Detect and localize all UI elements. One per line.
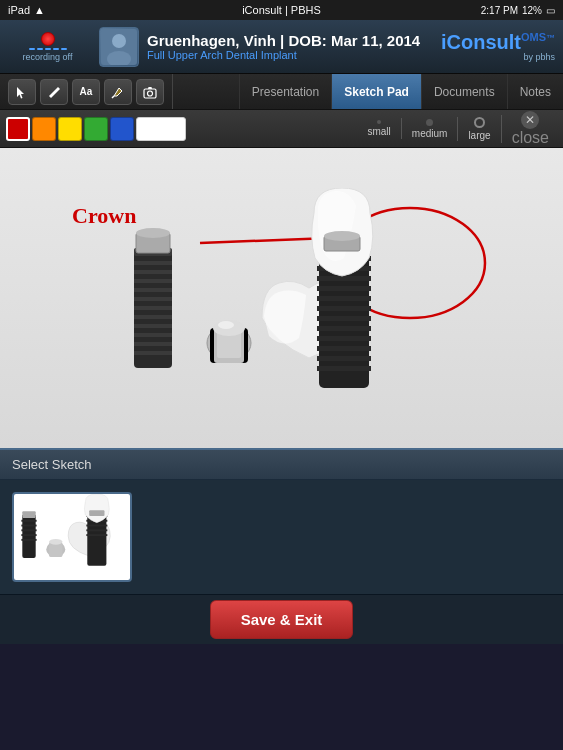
iconsult-logo: iConsultOMS™ by pbhs bbox=[453, 32, 563, 62]
svg-rect-34 bbox=[317, 286, 371, 291]
svg-rect-19 bbox=[134, 342, 172, 346]
thumbnails-area bbox=[0, 480, 563, 594]
dental-illustration bbox=[114, 188, 394, 428]
svg-rect-59 bbox=[86, 525, 107, 527]
svg-rect-20 bbox=[134, 351, 172, 355]
color-red[interactable] bbox=[6, 117, 30, 141]
svg-rect-38 bbox=[317, 326, 371, 331]
svg-point-55 bbox=[49, 539, 62, 545]
tab-documents[interactable]: Documents bbox=[421, 74, 507, 109]
svg-point-5 bbox=[148, 91, 153, 96]
logo-sub: by pbhs bbox=[523, 52, 555, 62]
svg-line-3 bbox=[112, 96, 114, 98]
svg-rect-4 bbox=[144, 89, 156, 98]
battery-icon: ▭ bbox=[546, 5, 555, 16]
svg-rect-17 bbox=[134, 324, 172, 328]
svg-rect-18 bbox=[134, 333, 172, 337]
tab-presentation[interactable]: Presentation bbox=[239, 74, 331, 109]
svg-point-22 bbox=[136, 228, 170, 238]
patient-name: Gruenhagen, Vinh | DOB: Mar 11, 2014 bbox=[147, 32, 420, 49]
highlighter-tool-btn[interactable] bbox=[104, 79, 132, 105]
patient-text: Gruenhagen, Vinh | DOB: Mar 11, 2014 Ful… bbox=[147, 32, 420, 61]
small-dot bbox=[377, 120, 381, 124]
device-label: iPad bbox=[8, 4, 30, 16]
svg-rect-11 bbox=[134, 270, 172, 274]
svg-rect-39 bbox=[317, 336, 371, 341]
header: recording off Gruenhagen, Vinh | DOB: Ma… bbox=[0, 20, 563, 74]
svg-rect-16 bbox=[134, 315, 172, 319]
svg-rect-33 bbox=[317, 276, 371, 281]
svg-rect-52 bbox=[22, 511, 35, 518]
patient-info: Gruenhagen, Vinh | DOB: Mar 11, 2014 Ful… bbox=[95, 23, 453, 71]
size-options: small medium large ✕ close bbox=[357, 109, 563, 149]
camera-tool-btn[interactable] bbox=[136, 79, 164, 105]
svg-rect-51 bbox=[21, 539, 36, 541]
close-icon: ✕ bbox=[521, 111, 539, 129]
recording-lines bbox=[29, 48, 67, 50]
recording-section[interactable]: recording off bbox=[0, 28, 95, 66]
close-sketch-btn[interactable]: ✕ close bbox=[502, 109, 559, 149]
patient-procedure: Full Upper Arch Dental Implant bbox=[147, 49, 420, 61]
close-label: close bbox=[512, 129, 549, 147]
status-bar: iPad ▲ iConsult | PBHS 2:17 PM 12% ▭ bbox=[0, 0, 563, 20]
select-sketch-header: Select Sketch bbox=[0, 448, 563, 480]
save-exit-bar: Save & Exit bbox=[0, 594, 563, 644]
svg-rect-35 bbox=[317, 296, 371, 301]
battery-display: 12% bbox=[522, 5, 542, 16]
large-dot bbox=[474, 117, 485, 128]
svg-rect-42 bbox=[317, 366, 371, 371]
logo-main: iConsultOMS™ bbox=[441, 32, 555, 52]
svg-rect-41 bbox=[317, 356, 371, 361]
select-sketch-label: Select Sketch bbox=[12, 457, 92, 472]
sketch-thumbnail-1[interactable] bbox=[12, 492, 132, 582]
svg-rect-36 bbox=[317, 306, 371, 311]
color-orange[interactable] bbox=[32, 117, 56, 141]
color-green[interactable] bbox=[84, 117, 108, 141]
selection-tool-btn[interactable] bbox=[8, 79, 36, 105]
svg-rect-13 bbox=[134, 288, 172, 292]
text-tool-btn[interactable]: Aa bbox=[72, 79, 100, 105]
svg-rect-40 bbox=[317, 346, 371, 351]
time-display: 2:17 PM bbox=[481, 5, 518, 16]
svg-point-44 bbox=[324, 231, 360, 241]
recording-label: recording off bbox=[23, 52, 73, 62]
canvas-area[interactable]: Crown bbox=[0, 148, 563, 448]
svg-rect-62 bbox=[89, 510, 104, 516]
color-blue[interactable] bbox=[110, 117, 134, 141]
svg-rect-61 bbox=[86, 534, 107, 536]
wifi-icon: ▲ bbox=[34, 4, 45, 16]
size-small[interactable]: small bbox=[357, 118, 401, 139]
small-label: small bbox=[367, 126, 390, 137]
svg-point-1 bbox=[112, 34, 126, 48]
color-yellow[interactable] bbox=[58, 117, 82, 141]
save-exit-button[interactable]: Save & Exit bbox=[210, 600, 354, 639]
svg-rect-10 bbox=[134, 261, 172, 265]
large-label: large bbox=[468, 130, 490, 141]
medium-label: medium bbox=[412, 128, 448, 139]
svg-rect-60 bbox=[86, 529, 107, 531]
size-large[interactable]: large bbox=[458, 115, 501, 143]
svg-rect-37 bbox=[317, 316, 371, 321]
size-medium[interactable]: medium bbox=[402, 117, 459, 141]
svg-rect-12 bbox=[134, 279, 172, 283]
svg-rect-47 bbox=[21, 520, 36, 522]
nav-tabs: Presentation Sketch Pad Documents Notes bbox=[173, 74, 563, 109]
svg-rect-15 bbox=[134, 306, 172, 310]
tool-icons: Aa bbox=[0, 74, 173, 109]
tab-sketch-pad[interactable]: Sketch Pad bbox=[331, 74, 421, 109]
patient-photo bbox=[99, 27, 139, 67]
color-palette bbox=[0, 113, 192, 145]
sketch-toolbar: small medium large ✕ close bbox=[0, 110, 563, 148]
record-dot[interactable] bbox=[41, 32, 55, 46]
tab-notes[interactable]: Notes bbox=[507, 74, 563, 109]
svg-point-28 bbox=[218, 321, 234, 329]
bottom-panel: Select Sketch bbox=[0, 448, 563, 594]
svg-rect-14 bbox=[134, 297, 172, 301]
draw-tool-btn[interactable] bbox=[40, 79, 68, 105]
svg-rect-50 bbox=[21, 534, 36, 536]
svg-rect-48 bbox=[21, 525, 36, 527]
app-title: iConsult | PBHS bbox=[242, 4, 321, 16]
color-white[interactable] bbox=[136, 117, 186, 141]
toolbar: Aa Presentation Sketch Pad Documents Not… bbox=[0, 74, 563, 110]
medium-dot bbox=[426, 119, 433, 126]
